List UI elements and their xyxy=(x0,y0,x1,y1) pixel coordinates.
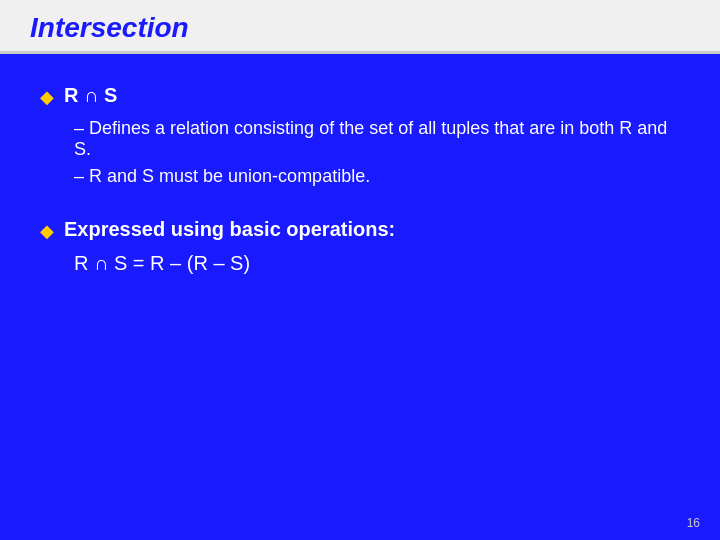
formula: R ∩ S = R – (R – S) xyxy=(74,252,680,275)
bullet1-heading: R ∩ S xyxy=(64,84,117,107)
diamond-bullet-1: ◆ xyxy=(40,86,54,108)
slide-container: Intersection ◆ R ∩ S – Defines a relatio… xyxy=(0,0,720,540)
sub-item-1-1: – Defines a relation consisting of the s… xyxy=(74,118,680,160)
spacer xyxy=(40,193,680,218)
sub-item-1-2: – R and S must be union-compatible. xyxy=(74,166,680,187)
title-bar: Intersection xyxy=(0,0,720,54)
bullet-item-2: ◆ Expressed using basic operations: xyxy=(40,218,680,242)
bullet-item-1: ◆ R ∩ S xyxy=(40,84,680,108)
slide-title: Intersection xyxy=(30,12,189,43)
diamond-bullet-2: ◆ xyxy=(40,220,54,242)
slide-number: 16 xyxy=(687,516,700,530)
content-area: ◆ R ∩ S – Defines a relation consisting … xyxy=(0,54,720,295)
bullet2-heading: Expressed using basic operations: xyxy=(64,218,395,241)
